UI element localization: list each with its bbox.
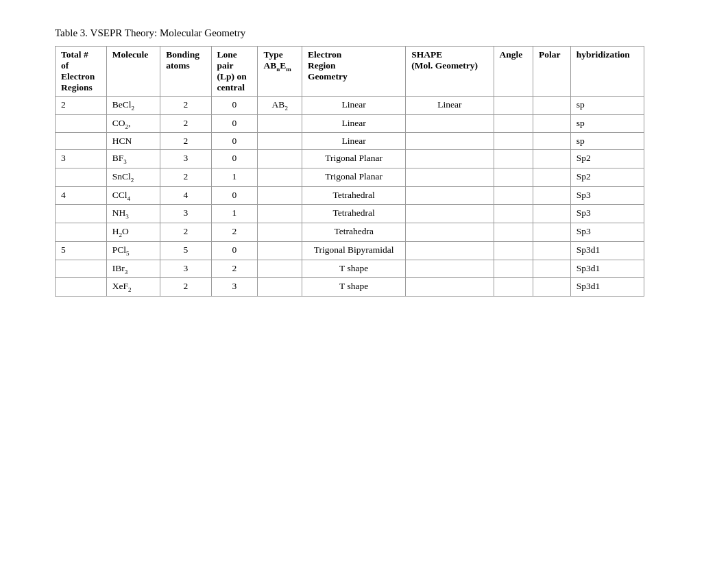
- cell-molecule: CO2,: [106, 114, 160, 133]
- cell-bonding: 2: [160, 133, 211, 150]
- cell-type: [258, 150, 302, 168]
- cell-lone: 0: [211, 186, 258, 205]
- col-regions: Total #ofElectronRegions: [56, 47, 107, 97]
- cell-type: [258, 223, 302, 242]
- cell-electron: Trigonal Planar: [302, 168, 406, 187]
- cell-molecule: SnCl2: [106, 168, 160, 187]
- cell-bonding: 5: [160, 241, 211, 260]
- cell-lone: 0: [211, 114, 258, 133]
- cell-electron: Linear: [302, 114, 406, 133]
- cell-regions: [56, 278, 107, 297]
- cell-polar: [533, 241, 570, 260]
- col-electron: ElectronRegionGeometry: [302, 47, 406, 97]
- cell-molecule: BF3: [106, 150, 160, 168]
- cell-electron: Linear: [302, 133, 406, 150]
- cell-polar: [533, 223, 570, 242]
- cell-polar: [533, 260, 570, 278]
- cell-bonding: 2: [160, 168, 211, 187]
- cell-electron: T shape: [302, 260, 406, 278]
- header-row: Total #ofElectronRegions Molecule Bondin…: [56, 47, 644, 97]
- cell-molecule: PCl5: [106, 241, 160, 260]
- cell-type: [258, 186, 302, 205]
- cell-molecule: IBr3: [106, 260, 160, 278]
- col-angle: Angle: [494, 47, 533, 97]
- cell-electron: Linear: [302, 97, 406, 115]
- cell-type: [258, 114, 302, 133]
- cell-polar: [533, 186, 570, 205]
- cell-lone: 1: [211, 205, 258, 223]
- cell-bonding: 3: [160, 260, 211, 278]
- cell-lone: 0: [211, 133, 258, 150]
- cell-angle: [494, 260, 533, 278]
- cell-molecule: NH3: [106, 205, 160, 223]
- cell-electron: T shape: [302, 278, 406, 297]
- cell-molecule: BeCl2: [106, 97, 160, 115]
- cell-angle: [494, 278, 533, 297]
- cell-polar: [533, 114, 570, 133]
- cell-polar: [533, 97, 570, 115]
- cell-shape: [406, 223, 494, 242]
- cell-bonding: 3: [160, 205, 211, 223]
- cell-hybrid: Sp3d1: [570, 241, 644, 260]
- table-row: 5PCl550Trigonal BipyramidalSp3d1: [56, 241, 644, 260]
- table-row: NH331TetrahedralSp3: [56, 205, 644, 223]
- table-row: HCN20Linearsp: [56, 133, 644, 150]
- table-row: IBr332T shapeSp3d1: [56, 260, 644, 278]
- cell-hybrid: Sp3: [570, 223, 644, 242]
- cell-bonding: 2: [160, 223, 211, 242]
- table-row: 2BeCl220AB2LinearLinearsp: [56, 97, 644, 115]
- cell-regions: 3: [56, 150, 107, 168]
- col-molecule: Molecule: [106, 47, 160, 97]
- cell-lone: 0: [211, 150, 258, 168]
- cell-hybrid: Sp2: [570, 150, 644, 168]
- cell-angle: [494, 205, 533, 223]
- table-row: 3BF330Trigonal PlanarSp2: [56, 150, 644, 168]
- cell-type: [258, 241, 302, 260]
- cell-type: AB2: [258, 97, 302, 115]
- cell-polar: [533, 205, 570, 223]
- cell-angle: [494, 133, 533, 150]
- cell-regions: [56, 168, 107, 187]
- cell-molecule: CCl4: [106, 186, 160, 205]
- cell-hybrid: Sp2: [570, 168, 644, 187]
- cell-lone: 2: [211, 223, 258, 242]
- vsepr-table: Total #ofElectronRegions Molecule Bondin…: [55, 46, 644, 297]
- cell-hybrid: sp: [570, 133, 644, 150]
- cell-type: [258, 133, 302, 150]
- cell-type: [258, 205, 302, 223]
- cell-angle: [494, 241, 533, 260]
- cell-shape: [406, 133, 494, 150]
- table-row: SnCl221Trigonal PlanarSp2: [56, 168, 644, 187]
- cell-bonding: 2: [160, 97, 211, 115]
- col-shape: SHAPE(Mol. Geometry): [406, 47, 494, 97]
- cell-angle: [494, 114, 533, 133]
- cell-lone: 1: [211, 168, 258, 187]
- cell-molecule: H2O: [106, 223, 160, 242]
- cell-type: [258, 278, 302, 297]
- cell-shape: [406, 205, 494, 223]
- cell-lone: 2: [211, 260, 258, 278]
- col-polar: Polar: [533, 47, 570, 97]
- cell-polar: [533, 133, 570, 150]
- cell-shape: [406, 168, 494, 187]
- cell-polar: [533, 150, 570, 168]
- cell-type: [258, 168, 302, 187]
- table-row: H2O22TetrahedraSp3: [56, 223, 644, 242]
- cell-bonding: 2: [160, 278, 211, 297]
- cell-regions: [56, 223, 107, 242]
- col-hybrid: hybridization: [570, 47, 644, 97]
- cell-electron: Trigonal Bipyramidal: [302, 241, 406, 260]
- col-bonding: Bondingatoms: [160, 47, 211, 97]
- cell-polar: [533, 278, 570, 297]
- cell-electron: Trigonal Planar: [302, 150, 406, 168]
- table-row: XeF223T shapeSp3d1: [56, 278, 644, 297]
- cell-regions: [56, 133, 107, 150]
- cell-bonding: 4: [160, 186, 211, 205]
- cell-hybrid: Sp3: [570, 186, 644, 205]
- table-title: Table 3. VSEPR Theory: Molecular Geometr…: [55, 27, 673, 39]
- cell-molecule: HCN: [106, 133, 160, 150]
- cell-regions: [56, 114, 107, 133]
- cell-hybrid: Sp3d1: [570, 278, 644, 297]
- cell-shape: Linear: [406, 97, 494, 115]
- table-row: 4CCl440TetrahedralSp3: [56, 186, 644, 205]
